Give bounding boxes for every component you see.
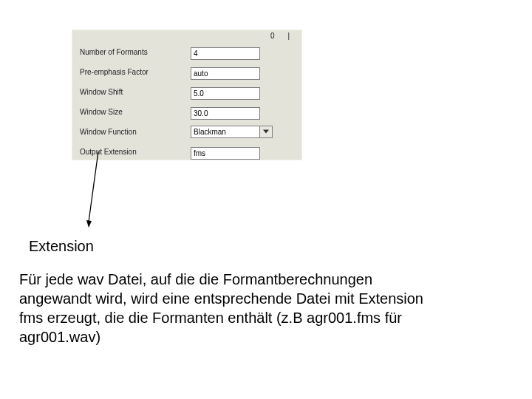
axis-ticks: 0 | [270, 32, 290, 40]
chevron-down-icon[interactable] [259, 126, 272, 137]
input-win-size[interactable] [191, 107, 260, 120]
description-paragraph: Für jede wav Datei, auf die die Formantb… [19, 270, 433, 347]
input-out-ext[interactable] [191, 147, 260, 160]
label-win-shift: Window Shift [72, 88, 191, 96]
svg-line-0 [89, 151, 98, 222]
input-win-shift[interactable] [191, 87, 260, 100]
row-win-size: Window Size [72, 103, 301, 120]
row-out-ext: Output Extension [72, 143, 301, 160]
row-win-shift: Window Shift [72, 83, 301, 100]
input-preemph[interactable] [191, 67, 260, 80]
label-out-ext: Output Extension [72, 148, 191, 156]
label-win-size: Window Size [72, 108, 191, 116]
label-preemph: Pre-emphasis Factor [72, 68, 191, 76]
row-preemph: Pre-emphasis Factor [72, 63, 301, 81]
settings-panel: 0 | Number of Formants Pre-emphasis Fact… [72, 30, 302, 160]
row-num-formants: Number of Formants [72, 43, 301, 61]
row-win-func: Window Function Blackman [72, 123, 301, 140]
caption-extension: Extension [29, 238, 94, 255]
tick-right: | [288, 32, 290, 40]
label-num-formants: Number of Formants [72, 48, 191, 56]
input-num-formants[interactable] [191, 47, 260, 60]
select-win-func-value: Blackman [191, 126, 259, 137]
label-win-func: Window Function [72, 128, 191, 136]
tick-mid: 0 [270, 32, 275, 40]
arrow-icon [86, 151, 101, 228]
select-win-func[interactable]: Blackman [191, 126, 273, 138]
